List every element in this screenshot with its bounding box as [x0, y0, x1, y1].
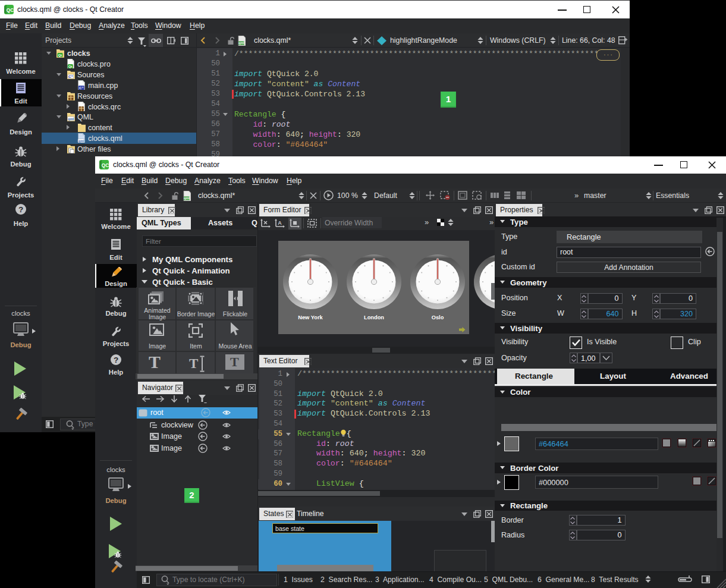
svg-text:qml: qml: [238, 41, 244, 45]
svg-text:C⁺: C⁺: [79, 86, 84, 89]
svg-text:qml: qml: [68, 117, 74, 121]
svg-text:C⁺: C⁺: [68, 74, 73, 78]
svg-text:qml: qml: [78, 139, 84, 143]
svg-text:qml: qml: [184, 196, 190, 200]
svg-text:?: ?: [114, 356, 118, 364]
svg-text:A: A: [278, 220, 282, 226]
svg-text:QC: QC: [7, 8, 14, 13]
svg-text:Qt: Qt: [58, 54, 62, 57]
svg-text:Qt: Qt: [68, 65, 73, 68]
svg-text:QC: QC: [102, 163, 109, 168]
svg-text:?: ?: [18, 205, 23, 214]
